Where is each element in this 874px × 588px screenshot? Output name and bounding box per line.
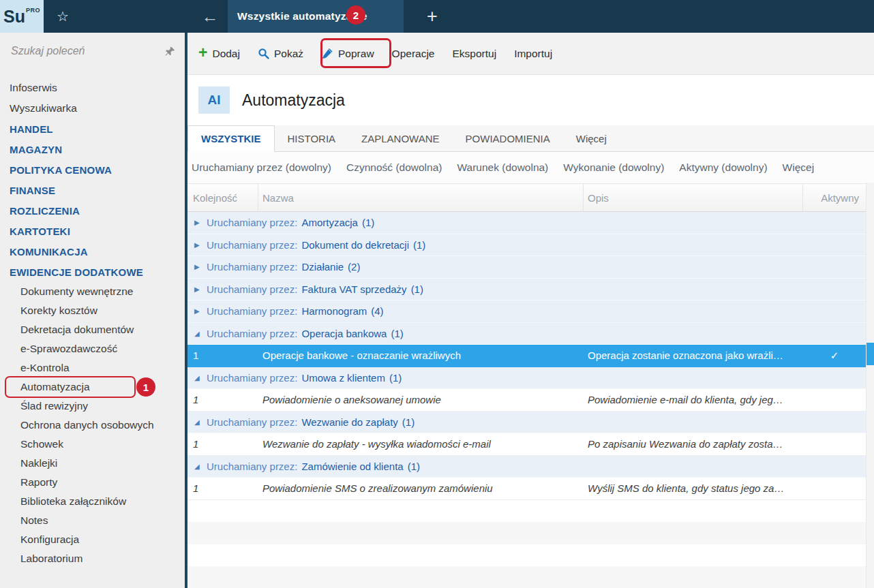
toolbar: +DodajPokażPoprawOperacjeEksportujImport… [187, 33, 874, 75]
vertical-scrollbar[interactable] [866, 183, 874, 588]
table-row-powiadomienie-o-aneksowanej-umowie[interactable]: 1Powiadomienie o aneksowanej umowiePowia… [187, 389, 866, 412]
group-prefix: Uruchamiany przez: [207, 305, 297, 317]
tab-powiadomienia[interactable]: POWIADOMIENIA [453, 125, 563, 151]
sidebar-item-notes[interactable]: Notes [0, 511, 185, 530]
main-content: +DodajPokażPoprawOperacjeEksportujImport… [187, 33, 874, 588]
expand-group-icon[interactable]: ▶ [194, 219, 202, 226]
sidebar-item-schowek[interactable]: Schowek [0, 435, 185, 454]
sidebar-item-ochrona-danych-osobowych[interactable]: Ochrona danych osobowych [0, 416, 185, 435]
collapse-group-icon[interactable]: ◢ [194, 330, 202, 337]
filter-wykonanie-dowolny[interactable]: Wykonanie (dowolny) [563, 161, 664, 174]
toolbar-button-pokaż[interactable]: Pokaż [258, 48, 303, 60]
filter-więcej[interactable]: Więcej [783, 161, 815, 174]
pin-icon[interactable] [165, 46, 175, 57]
module-header: AI Automatyzacja [187, 75, 874, 125]
group-row-wezwanie-do-zapłaty[interactable]: ◢Uruchamiany przez:Wezwanie do zapłaty(1… [187, 412, 866, 434]
app-logo[interactable]: SuPRO [0, 0, 44, 33]
collapse-group-icon[interactable]: ◢ [194, 418, 202, 426]
group-prefix: Uruchamiany przez: [207, 372, 297, 384]
group-row-amortyzacja[interactable]: ▶Uruchamiany przez:Amortyzacja(1) [187, 212, 866, 234]
empty-row [187, 500, 866, 523]
tab-zaplanowane[interactable]: ZAPLANOWANE [348, 125, 452, 151]
sidebar-item-wyszukiwarka[interactable]: Wyszukiwarka [0, 98, 185, 119]
plus-icon: + [198, 45, 207, 61]
cell-opis: Powiadomienie e-mail do klienta, gdy jeg… [584, 394, 803, 405]
data-grid: KolejnośćNazwaOpisAktywny ▶Uruchamiany p… [187, 184, 866, 588]
filter-warunek-dowolna[interactable]: Warunek (dowolna) [457, 161, 548, 174]
toolbar-button-importuj[interactable]: Importuj [514, 48, 552, 60]
sidebar-item-finanse[interactable]: FINANSE [0, 180, 185, 200]
toolbar-button-label: Dodaj [212, 48, 240, 60]
expand-group-icon[interactable]: ▶ [194, 307, 202, 315]
back-arrow-icon: ← [202, 7, 219, 27]
filter-czynność-dowolna[interactable]: Czynność (dowolna) [346, 161, 442, 174]
group-row-harmonogram[interactable]: ▶Uruchamiany przez:Harmonogram(4) [187, 300, 866, 323]
magnifier-icon [258, 48, 269, 59]
new-tab-button[interactable]: + [419, 0, 446, 33]
search-input[interactable] [10, 44, 165, 58]
column-header-kolejność[interactable]: Kolejność [187, 184, 258, 211]
sidebar-item-handel[interactable]: HANDEL [0, 119, 185, 139]
tab-więcej[interactable]: Więcej [563, 125, 620, 151]
tab-wszystkie[interactable]: WSZYSTKIE [187, 125, 275, 152]
toolbar-button-label: Eksportuj [453, 48, 497, 60]
cell-nazwa: Wezwanie do zapłaty - wysyłka wiadomości… [258, 438, 584, 450]
sidebar-item-ślad-rewizyjny[interactable]: Ślad rewizyjny [0, 397, 185, 416]
sidebar-item-biblioteka-załączników[interactable]: Biblioteka załączników [0, 492, 185, 511]
group-count: (1) [413, 239, 425, 251]
sidebar-item-komunikacja[interactable]: KOMUNIKACJA [0, 241, 185, 262]
sidebar-item-rozliczenia[interactable]: ROZLICZENIA [0, 200, 185, 221]
sidebar-item-laboratorium[interactable]: Laboratorium [0, 549, 185, 568]
group-name: Umowa z klientem [301, 372, 385, 384]
table-row-operacje-bankowe-oznaczanie-wrażliwych[interactable]: 1Operacje bankowe - oznaczanie wrażliwyc… [187, 345, 866, 367]
sidebar-item-ewidencje-dodatkowe[interactable]: EWIDENCJE DODATKOWE [0, 262, 185, 282]
sidebar-item-naklejki[interactable]: Naklejki [0, 454, 185, 473]
empty-row [187, 566, 866, 588]
column-header-opis[interactable]: Opis [584, 184, 803, 211]
filter-aktywny-dowolny[interactable]: Aktywny (dowolny) [679, 161, 767, 174]
group-row-działanie[interactable]: ▶Uruchamiany przez:Działanie(2) [187, 256, 866, 279]
toolbar-button-eksportuj[interactable]: Eksportuj [453, 48, 497, 60]
collapse-group-icon[interactable]: ◢ [194, 374, 202, 382]
group-name: Dokument do dekretacji [301, 239, 409, 251]
application-window: SuPRO ☆ ← Wszystkie automatyzacje + Info… [0, 0, 874, 588]
group-prefix: Uruchamiany przez: [207, 239, 297, 251]
cell-nazwa: Powiadomienie SMS o zrealizowanym zamówi… [258, 482, 584, 494]
page-title: Automatyzacja [242, 91, 345, 110]
sidebar-item-infoserwis[interactable]: Infoserwis [0, 78, 185, 98]
favorites-button[interactable]: ☆ [44, 0, 82, 33]
back-button[interactable]: ← [192, 0, 228, 33]
sidebar-item-polityka-cenowa[interactable]: POLITYKA CENOWA [0, 159, 185, 180]
toolbar-button-operacje[interactable]: Operacje [392, 48, 435, 60]
group-row-dokument-do-dekretacji[interactable]: ▶Uruchamiany przez:Dokument do dekretacj… [187, 234, 866, 257]
sidebar-item-kartoteki[interactable]: KARTOTEKI [0, 221, 185, 241]
sidebar-item-raporty[interactable]: Raporty [0, 473, 185, 492]
sidebar-item-konfiguracja[interactable]: Konfiguracja [0, 530, 185, 549]
group-row-zamówienie-od-klienta[interactable]: ◢Uruchamiany przez:Zamówienie od klienta… [187, 456, 866, 478]
collapse-group-icon[interactable]: ◢ [194, 463, 202, 470]
group-prefix: Uruchamiany przez: [207, 328, 297, 339]
group-row-operacja-bankowa[interactable]: ◢Uruchamiany przez:Operacja bankowa(1) [187, 323, 866, 345]
toolbar-button-dodaj[interactable]: +Dodaj [198, 46, 240, 61]
tab-historia[interactable]: HISTORIA [275, 125, 349, 151]
expand-group-icon[interactable]: ▶ [194, 285, 202, 293]
sidebar-item-dekretacja-dokumentów[interactable]: Dekretacja dokumentów [0, 320, 185, 339]
group-prefix: Uruchamiany przez: [207, 416, 297, 428]
sidebar-item-e-kontrola[interactable]: e-Kontrola [0, 358, 185, 377]
window-tab-wszystkie-automatyzacje[interactable]: Wszystkie automatyzacje [228, 0, 404, 33]
sidebar-item-automatyzacja[interactable]: Automatyzacja [0, 377, 185, 397]
sidebar-item-e-sprawozdawczość[interactable]: e-Sprawozdawczość [0, 339, 185, 358]
expand-group-icon[interactable]: ▶ [194, 263, 202, 270]
filter-uruchamiany-przez-dowolny[interactable]: Uruchamiany przez (dowolny) [192, 161, 331, 174]
sidebar-item-korekty-kosztów[interactable]: Korekty kosztów [0, 301, 185, 320]
expand-group-icon[interactable]: ▶ [194, 241, 202, 249]
table-row-wezwanie-do-zapłaty-wysyłka-wiadomości-e-mail[interactable]: 1Wezwanie do zapłaty - wysyłka wiadomośc… [187, 433, 866, 456]
table-row-powiadomienie-sms-o-zrealizowanym-zamówieniu[interactable]: 1Powiadomienie SMS o zrealizowanym zamów… [187, 478, 866, 500]
column-header-aktywny[interactable]: Aktywny [803, 184, 866, 211]
sidebar-item-magazyn[interactable]: MAGAZYN [0, 139, 185, 159]
sidebar-item-dokumenty-wewnętrzne[interactable]: Dokumenty wewnętrzne [0, 282, 185, 301]
toolbar-button-popraw[interactable]: Popraw [321, 48, 374, 60]
group-row-faktura-vat-sprzedaży[interactable]: ▶Uruchamiany przez:Faktura VAT sprzedaży… [187, 279, 866, 301]
group-row-umowa-z-klientem[interactable]: ◢Uruchamiany przez:Umowa z klientem(1) [187, 367, 866, 390]
column-header-nazwa[interactable]: Nazwa [258, 184, 584, 211]
